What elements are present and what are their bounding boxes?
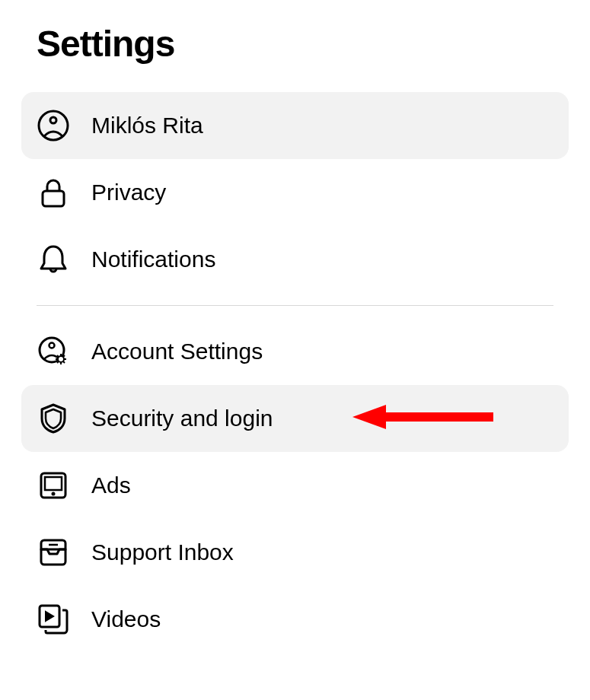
lock-icon — [37, 176, 70, 209]
menu-item-label: Notifications — [91, 247, 215, 272]
menu-item-support-inbox[interactable]: Support Inbox — [21, 519, 569, 586]
tablet-icon — [37, 469, 70, 502]
menu-item-label: Security and login — [91, 406, 273, 431]
menu-item-videos[interactable]: Videos — [21, 586, 569, 653]
inbox-icon — [37, 536, 70, 569]
svg-rect-17 — [45, 477, 62, 490]
menu-item-label: Videos — [91, 606, 161, 632]
menu-item-label: Privacy — [91, 180, 166, 205]
menu-item-label: Account Settings — [91, 339, 263, 364]
svg-line-12 — [57, 361, 59, 363]
menu-item-account-settings[interactable]: Account Settings — [21, 318, 569, 385]
menu-item-security-login[interactable]: Security and login — [21, 385, 569, 452]
svg-point-1 — [50, 117, 56, 123]
arrow-annotation-icon — [352, 402, 497, 435]
svg-marker-21 — [46, 612, 53, 621]
user-circle-icon — [37, 109, 70, 142]
svg-rect-2 — [43, 191, 64, 206]
svg-line-10 — [57, 355, 59, 357]
menu-item-label: Miklós Rita — [91, 113, 203, 138]
svg-line-11 — [63, 361, 65, 363]
menu-divider — [37, 305, 553, 306]
svg-point-4 — [49, 343, 55, 348]
page-title: Settings — [21, 23, 569, 65]
settings-menu: Miklós Rita Privacy Notifications — [21, 92, 569, 653]
svg-point-5 — [58, 356, 64, 362]
bell-icon — [37, 243, 70, 276]
user-gear-icon — [37, 335, 70, 368]
svg-line-13 — [63, 355, 65, 357]
menu-item-ads[interactable]: Ads — [21, 452, 569, 519]
svg-marker-15 — [352, 405, 386, 429]
menu-item-label: Ads — [91, 473, 131, 498]
menu-item-label: Support Inbox — [91, 539, 234, 565]
video-stack-icon — [37, 603, 70, 636]
menu-item-notifications[interactable]: Notifications — [21, 226, 569, 293]
svg-point-0 — [39, 111, 68, 140]
menu-item-profile[interactable]: Miklós Rita — [21, 92, 569, 159]
svg-point-18 — [53, 493, 55, 495]
shield-icon — [37, 402, 70, 435]
menu-item-privacy[interactable]: Privacy — [21, 159, 569, 226]
